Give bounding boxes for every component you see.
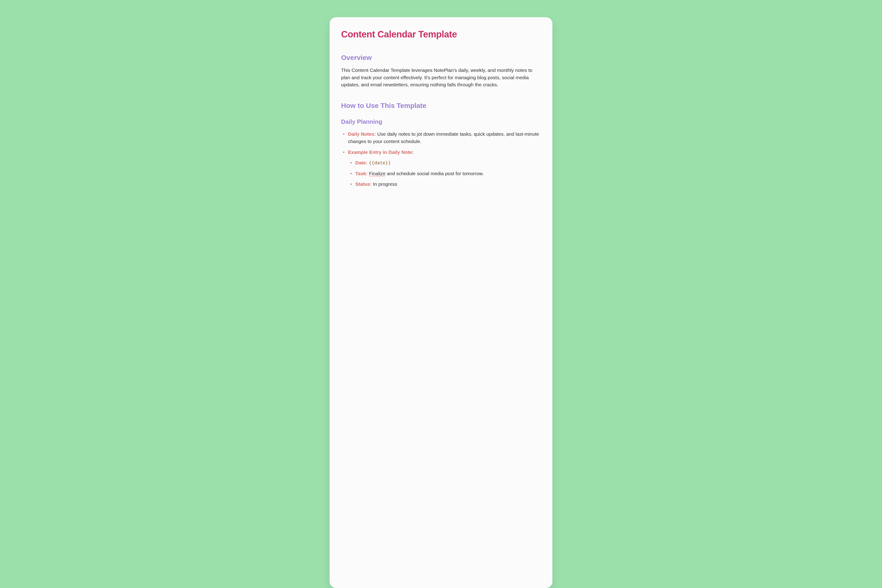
bullet-label: Daily Notes: [348, 131, 376, 136]
list-item: Date: {{date}} [355, 159, 541, 167]
page-title: Content Calendar Template [341, 29, 541, 39]
spellcheck-marked-word: Finalize [369, 171, 385, 176]
document-card: Content Calendar Template Overview This … [330, 17, 552, 588]
template-placeholder: {{date}} [369, 160, 391, 165]
list-item: Example Entry in Daily Note: Date: {{dat… [348, 148, 541, 188]
list-item: Status: In progress [355, 180, 541, 188]
overview-heading: Overview [341, 54, 541, 62]
task-text: and schedule social media post for tomor… [386, 171, 484, 176]
bullet-label: Example Entry in Daily Note: [348, 150, 414, 155]
daily-planning-heading: Daily Planning [341, 118, 541, 125]
field-label-task: Task: [355, 171, 369, 176]
status-value: In progress [373, 182, 397, 187]
field-label-date: Date: [355, 160, 369, 165]
list-item: Task: Finalize and schedule social media… [355, 170, 541, 177]
list-item: Daily Notes: Use daily notes to jot down… [348, 130, 541, 146]
example-entry-list: Date: {{date}} Task: Finalize and schedu… [348, 159, 541, 188]
overview-body: This Content Calendar Template leverages… [341, 67, 541, 88]
field-label-status: Status: [355, 182, 373, 187]
bullet-text: Use daily notes to jot down immediate ta… [348, 131, 539, 144]
daily-planning-list: Daily Notes: Use daily notes to jot down… [341, 130, 541, 188]
howto-heading: How to Use This Template [341, 102, 541, 110]
